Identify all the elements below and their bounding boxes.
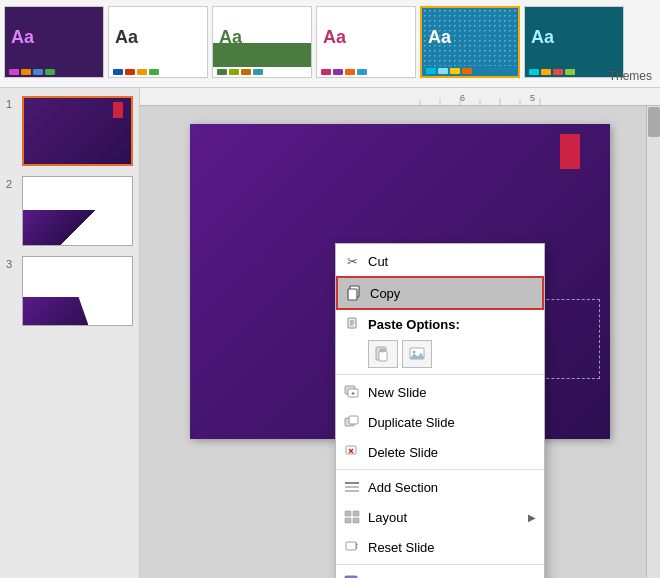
theme-dots-2 (109, 67, 207, 77)
cut-label: Cut (368, 254, 536, 269)
slide-row-1: 1 (6, 96, 133, 166)
format-background-label: Format Background... (368, 575, 536, 579)
svg-rect-32 (345, 511, 351, 516)
slide3-stripe (23, 297, 88, 325)
svg-rect-16 (379, 351, 387, 361)
copy-label: Copy (370, 286, 534, 301)
context-menu-cut[interactable]: Cut (336, 246, 544, 276)
theme-preview-6: Aa (525, 7, 623, 67)
theme-dots-4 (317, 67, 415, 77)
slide-number-1: 1 (6, 96, 18, 110)
context-menu-reset-slide[interactable]: Reset Slide (336, 532, 544, 562)
layout-label: Layout (368, 510, 522, 525)
paste-picture-button[interactable] (402, 340, 432, 368)
paste-keep-formatting-button[interactable] (368, 340, 398, 368)
slide-thumb-inner-1 (24, 98, 131, 164)
reset-slide-label: Reset Slide (368, 540, 536, 555)
scrollbar-vertical[interactable] (646, 106, 660, 578)
content-area: 6 5 (140, 88, 660, 578)
theme-item-1[interactable]: Aa (4, 6, 104, 78)
svg-rect-29 (345, 482, 359, 484)
svg-rect-35 (353, 518, 359, 523)
svg-rect-25 (349, 416, 358, 424)
theme-dots-5 (422, 66, 518, 76)
theme-dots-1 (5, 67, 103, 77)
slide-thumb-1[interactable] (22, 96, 133, 166)
theme-preview-1: Aa (5, 7, 103, 67)
slide-thumb-inner-3 (23, 257, 132, 325)
theme-item-6[interactable]: Aa (524, 6, 624, 78)
themes-bar: Aa Aa Aa (0, 0, 660, 88)
add-section-icon (342, 477, 362, 497)
copy-icon (344, 283, 364, 303)
slide-row-2: 2 (6, 176, 133, 246)
svg-rect-34 (345, 518, 351, 523)
context-menu-add-section[interactable]: Add Section (336, 472, 544, 502)
context-menu-duplicate-slide[interactable]: Duplicate Slide (336, 407, 544, 437)
delete-slide-icon (342, 442, 362, 462)
svg-rect-31 (345, 490, 359, 492)
new-slide-icon (342, 382, 362, 402)
theme-preview-2: Aa (109, 7, 207, 67)
slide-thumb-inner-2 (23, 177, 132, 245)
svg-rect-17 (380, 349, 385, 352)
context-menu-copy[interactable]: Copy (336, 276, 544, 310)
theme-item-2[interactable]: Aa (108, 6, 208, 78)
slide-thumb-3[interactable] (22, 256, 133, 326)
separator-1 (336, 374, 544, 375)
cut-icon (342, 251, 362, 271)
layout-icon (342, 507, 362, 527)
delete-slide-label: Delete Slide (368, 445, 536, 460)
context-menu-paste-options-header: Paste Options: (336, 310, 544, 336)
duplicate-slide-icon (342, 412, 362, 432)
add-section-label: Add Section (368, 480, 536, 495)
theme-item-5[interactable]: Aa (420, 6, 520, 78)
ruler-svg: 6 5 (140, 88, 660, 106)
svg-rect-30 (345, 486, 359, 488)
themes-label: Themes (609, 69, 652, 83)
svg-rect-33 (353, 511, 359, 516)
svg-text:6: 6 (460, 93, 465, 103)
scroll-thumb[interactable] (648, 107, 660, 137)
slide-thumb-2[interactable] (22, 176, 133, 246)
paste-buttons-row (336, 336, 544, 372)
svg-rect-36 (346, 542, 356, 550)
theme-dots-3 (213, 67, 311, 77)
context-menu: Cut Copy (335, 243, 545, 578)
reset-slide-icon (342, 537, 362, 557)
new-slide-label: New Slide (368, 385, 536, 400)
layout-arrow: ▶ (528, 512, 536, 523)
svg-text:5: 5 (530, 93, 535, 103)
slide2-stripe (23, 210, 132, 245)
paste-picture-icon (408, 345, 426, 363)
paste-options-label: Paste Options: (368, 317, 536, 332)
theme-preview-3: Aa (213, 7, 311, 67)
svg-rect-10 (348, 289, 357, 300)
ruler-horizontal: 6 5 (140, 88, 660, 106)
svg-point-19 (413, 351, 416, 354)
context-menu-delete-slide[interactable]: Delete Slide (336, 437, 544, 467)
duplicate-slide-label: Duplicate Slide (368, 415, 536, 430)
separator-3 (336, 564, 544, 565)
paste-options-icon (342, 314, 362, 334)
slide-number-3: 3 (6, 256, 18, 270)
slide-number-2: 2 (6, 176, 18, 190)
format-background-icon (342, 572, 362, 578)
main-area: 1 2 3 (0, 88, 660, 578)
separator-2 (336, 469, 544, 470)
theme-item-4[interactable]: Aa (316, 6, 416, 78)
slide-row-3: 3 (6, 256, 133, 326)
paste-format-icon (374, 345, 392, 363)
theme-item-3[interactable]: Aa (212, 6, 312, 78)
theme-preview-4: Aa (317, 7, 415, 67)
slide-panel: 1 2 3 (0, 88, 140, 578)
context-menu-format-background[interactable]: Format Background... (336, 567, 544, 578)
context-menu-layout[interactable]: Layout ▶ (336, 502, 544, 532)
context-menu-new-slide[interactable]: New Slide (336, 377, 544, 407)
theme-preview-5: Aa (422, 8, 518, 66)
